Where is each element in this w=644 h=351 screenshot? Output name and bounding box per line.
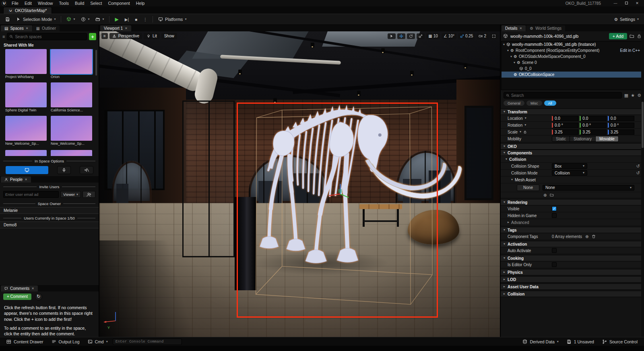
tree-row-rootcomponent[interactable]: ▾ ⚙ RootComponent (RootSpaceEntityCompon…: [502, 47, 643, 53]
settings-icon[interactable]: ⚙: [637, 93, 641, 98]
rotation-z-field[interactable]: 0.0 °: [608, 123, 634, 128]
perspective-dropdown[interactable]: Perspective: [109, 33, 142, 39]
add-comment-button[interactable]: + Comment: [3, 294, 31, 300]
rotation-x-field[interactable]: 0.0 °: [552, 123, 578, 128]
section-lod[interactable]: ▸ LOD: [501, 276, 644, 283]
space-tile[interactable]: New_Welcome_Sp...: [5, 116, 47, 146]
location-z-field[interactable]: 0.0: [608, 116, 634, 121]
play-button[interactable]: ▶: [112, 15, 121, 23]
maximize-button[interactable]: [621, 1, 632, 5]
section-oko[interactable]: ▾ OKO: [501, 143, 644, 150]
scale-snap-toggle[interactable]: 0.25: [458, 33, 475, 39]
unreal-logo-icon[interactable]: U: [2, 1, 7, 6]
filter-general[interactable]: General: [504, 101, 524, 106]
menu-window[interactable]: Window: [35, 1, 56, 6]
tree-row-instance[interactable]: ▾ woolly-mammoth-100k-4096_std.glb (Inst…: [502, 41, 643, 47]
mobility-movable[interactable]: Movable: [596, 136, 618, 142]
refresh-comments-button[interactable]: ↻: [35, 293, 42, 300]
frame-skip-button[interactable]: ▶|: [122, 16, 131, 23]
display-filter-icon[interactable]: ▦: [624, 93, 628, 98]
filter-misc[interactable]: Misc: [526, 101, 542, 106]
tree-row-mesh[interactable]: 0_0: [502, 66, 643, 72]
camera-speed-control[interactable]: 2: [477, 33, 488, 39]
section-tags[interactable]: ▾ Tags: [501, 227, 644, 233]
expander-icon[interactable]: ▾: [503, 43, 505, 46]
select-tool-button[interactable]: [388, 33, 396, 39]
expander-icon[interactable]: ▾: [510, 55, 512, 58]
reset-to-default-button[interactable]: ↺: [634, 170, 642, 176]
scale-z-field[interactable]: 3.25: [608, 129, 634, 135]
edit-in-cpp-link[interactable]: Edit in C++: [620, 48, 641, 53]
invite-user-button[interactable]: [83, 191, 95, 198]
add-actor-dropdown[interactable]: ▾: [64, 16, 77, 23]
add-space-button[interactable]: +: [89, 33, 96, 40]
console-command-input[interactable]: [116, 339, 179, 344]
expander-icon[interactable]: ▾: [507, 49, 509, 52]
mobility-static[interactable]: Static: [552, 136, 570, 142]
viewport-menu-button[interactable]: ≡: [101, 33, 108, 39]
spaces-scrollbar[interactable]: [95, 50, 97, 76]
close-icon[interactable]: ✕: [520, 27, 522, 30]
section-components[interactable]: ▾ Components: [501, 150, 644, 156]
unsaved-button[interactable]: 1 Unsaved: [564, 339, 597, 345]
maximize-viewport-button[interactable]: [490, 33, 498, 39]
tab-details[interactable]: Details ✕: [502, 25, 526, 31]
microphone-button[interactable]: [57, 166, 71, 174]
is-editor-only-checkbox[interactable]: [552, 262, 557, 267]
location-y-field[interactable]: 0.0: [580, 116, 606, 121]
close-icon[interactable]: ✕: [125, 27, 128, 30]
menu-edit[interactable]: Edit: [22, 1, 35, 6]
browse-icon[interactable]: [630, 34, 634, 39]
minimize-button[interactable]: —: [610, 1, 621, 5]
cmd-dropdown[interactable]: Cmd ▾: [85, 339, 111, 345]
space-tile-selected[interactable]: Orion: [51, 49, 92, 80]
details-scrollbar-thumb[interactable]: [642, 102, 644, 148]
menu-component[interactable]: Component: [105, 1, 132, 6]
section-cooking[interactable]: ▾ Cooking: [501, 255, 644, 261]
tab-viewport[interactable]: Viewport 1 ✕: [100, 25, 131, 31]
content-drawer-button[interactable]: Content Drawer: [3, 339, 47, 345]
location-dropdown[interactable]: Location▾: [508, 116, 552, 121]
speaker-mute-button[interactable]: [80, 166, 93, 174]
grid-snap-toggle[interactable]: ▦ 10: [426, 33, 440, 39]
tab-comments[interactable]: Comments ✕: [1, 285, 38, 291]
play-options-button[interactable]: ⋮: [141, 16, 150, 23]
reset-to-default-button[interactable]: ↺: [634, 164, 642, 169]
trash-icon[interactable]: [592, 234, 596, 238]
collision-subsection[interactable]: ▾ Collision: [501, 156, 644, 163]
space-tile[interactable]: Project Whizbang: [5, 49, 47, 80]
section-collision[interactable]: ▸ Collision: [501, 291, 644, 297]
add-component-button[interactable]: + Add: [609, 33, 627, 39]
role-dropdown[interactable]: Viewer ▾: [60, 191, 81, 198]
stop-button[interactable]: ■: [132, 16, 140, 23]
scale-tool-button[interactable]: [417, 33, 425, 39]
add-element-icon[interactable]: ⊕: [585, 234, 588, 239]
advanced-row[interactable]: ▸ Advanced: [501, 219, 644, 226]
platforms-dropdown[interactable]: Platforms ▾: [156, 16, 189, 23]
settings-dropdown[interactable]: ⚙ Settings ▾: [612, 16, 641, 23]
source-control-button[interactable]: Source Control: [599, 339, 641, 345]
close-icon[interactable]: ✕: [26, 27, 29, 30]
details-scrollbar-track[interactable]: [641, 31, 644, 337]
viewport-3d-scene[interactable]: Y ≡ Perspective Lit Show: [99, 31, 500, 337]
screen-share-button[interactable]: [6, 166, 48, 174]
visible-checkbox[interactable]: ✓: [552, 206, 557, 211]
menu-build[interactable]: Build: [72, 1, 87, 6]
editor-mode-dropdown[interactable]: Selection Mode ▾: [14, 16, 58, 23]
expander-icon[interactable]: ▾: [514, 61, 515, 64]
auto-activate-checkbox[interactable]: [552, 248, 557, 253]
tree-row-scene[interactable]: ▾ ⚙ Scene 0: [502, 60, 643, 66]
browse-to-asset-icon[interactable]: [550, 193, 554, 197]
mesh-asset-dropdown[interactable]: None ▾: [543, 185, 634, 191]
rotation-snap-toggle[interactable]: ∠ 10°: [442, 33, 456, 39]
scale-y-field[interactable]: 3.25: [580, 129, 606, 135]
section-activation[interactable]: ▾ Activation: [501, 241, 644, 247]
section-rendering[interactable]: ▾ Rendering: [501, 199, 644, 205]
scale-x-field[interactable]: 3.25: [552, 129, 578, 135]
filter-icon[interactable]: ≡: [2, 34, 5, 39]
invite-email-input[interactable]: [3, 191, 59, 198]
section-physics[interactable]: ▸ Physics: [501, 269, 644, 275]
use-selected-asset-icon[interactable]: ⊕: [543, 193, 547, 197]
menu-tools[interactable]: Tools: [56, 1, 72, 6]
close-icon[interactable]: ✕: [25, 178, 27, 181]
